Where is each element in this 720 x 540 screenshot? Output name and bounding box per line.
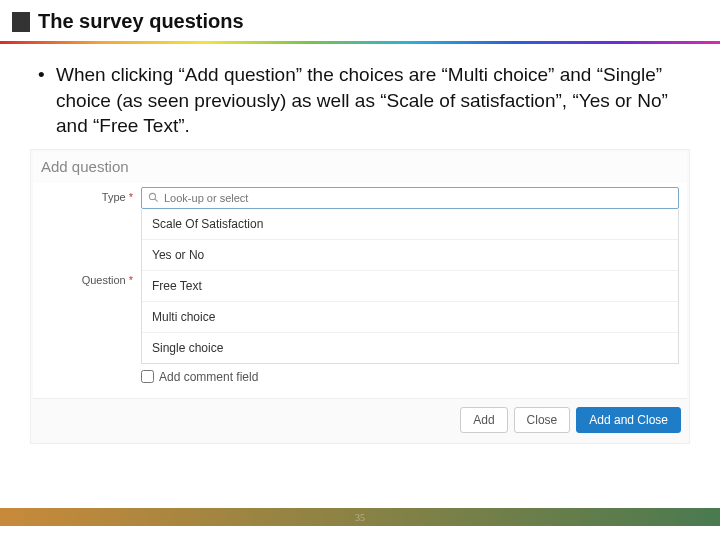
svg-point-0 <box>149 194 155 200</box>
dropdown-search-input[interactable] <box>164 192 672 204</box>
dropdown-option[interactable]: Single choice <box>142 333 678 363</box>
dropdown-option[interactable]: Yes or No <box>142 240 678 271</box>
screenshot-panel: Add question Type * Scale Of Satisfactio… <box>0 149 720 444</box>
modal-button-row: Add Close Add and Close <box>33 398 687 441</box>
type-label-text: Type <box>102 191 126 203</box>
search-icon <box>148 192 159 203</box>
question-required-asterisk: * <box>129 274 133 286</box>
bullet-text: When clicking “Add question” the choices… <box>56 62 680 139</box>
dropdown-search-box[interactable] <box>141 187 679 209</box>
dropdown-list: Scale Of Satisfaction Yes or No Free Tex… <box>141 209 679 364</box>
modal-form: Type * Scale Of Satisfaction Yes or No F… <box>33 183 687 398</box>
bullet-dot: • <box>38 62 56 139</box>
close-button[interactable]: Close <box>514 407 571 433</box>
add-button[interactable]: Add <box>460 407 507 433</box>
slide-footer: 35 <box>0 508 720 526</box>
type-dropdown[interactable]: Scale Of Satisfaction Yes or No Free Tex… <box>141 187 679 388</box>
modal-frame: Add question Type * Scale Of Satisfactio… <box>30 149 690 444</box>
slide-title: The survey questions <box>38 10 244 33</box>
title-accent-block <box>12 12 30 32</box>
comment-checkbox-row: Add comment field <box>141 364 679 388</box>
modal-title: Add question <box>33 152 687 183</box>
question-label-text: Question <box>82 274 126 286</box>
question-row: Question * <box>41 270 141 286</box>
slide-title-row: The survey questions <box>0 0 720 39</box>
comment-checkbox[interactable] <box>141 370 154 383</box>
type-required-asterisk: * <box>129 191 133 203</box>
type-row: Type * Scale Of Satisfaction Yes or No F… <box>41 187 679 388</box>
comment-checkbox-label: Add comment field <box>159 370 258 384</box>
dropdown-option[interactable]: Scale Of Satisfaction <box>142 209 678 240</box>
svg-line-1 <box>155 199 158 202</box>
bullet-paragraph: • When clicking “Add question” the choic… <box>0 44 720 149</box>
page-number: 35 <box>355 512 365 523</box>
question-label: Question * <box>41 270 141 286</box>
dropdown-option[interactable]: Multi choice <box>142 302 678 333</box>
add-and-close-button[interactable]: Add and Close <box>576 407 681 433</box>
type-label: Type * <box>41 187 141 203</box>
dropdown-option[interactable]: Free Text <box>142 271 678 302</box>
